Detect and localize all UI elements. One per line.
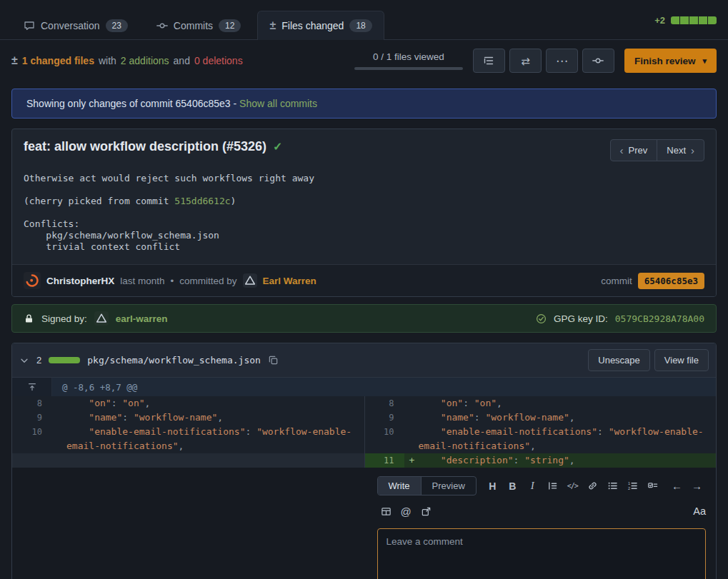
tab-conversation[interactable]: Conversation23 xyxy=(11,11,140,40)
finish-review-button[interactable]: Finish review ▾ xyxy=(624,49,717,73)
copy-icon[interactable] xyxy=(268,355,279,366)
diff-bottom-right: WritePreview HBI</>12←→ @ Aa xyxy=(364,468,717,579)
collapse-file-chevron-down-icon[interactable] xyxy=(19,356,29,366)
author-avatar[interactable] xyxy=(24,272,41,289)
ellipsis-button[interactable]: ⋯ xyxy=(546,49,578,73)
dot-separator: • xyxy=(171,276,174,286)
next-label: Next xyxy=(667,145,686,156)
new-line-number[interactable]: 11 xyxy=(364,453,404,468)
diff-row: 11 "description": "string",+ xyxy=(12,453,716,468)
file-name[interactable]: pkg/schema/workflow_schema.json xyxy=(87,355,261,366)
tab-label: Commits xyxy=(174,20,213,31)
summary-text: and xyxy=(174,55,190,66)
mention-button[interactable]: @ xyxy=(397,503,415,520)
signer-link[interactable]: earl-warren xyxy=(116,313,168,324)
old-code-cell: "on": "on", xyxy=(52,396,364,411)
ci-status-success-icon[interactable]: ✓ xyxy=(273,140,282,153)
arrow-right-button[interactable]: → xyxy=(688,478,706,495)
tab-count-badge: 12 xyxy=(219,19,241,32)
expand-up-icon xyxy=(27,382,37,392)
deletions-count: 0 deletions xyxy=(194,55,243,66)
pr-tab-bar: Conversation23Commits12±Files changed18 … xyxy=(0,0,728,40)
summary-text: with xyxy=(99,55,116,66)
heading-button[interactable]: H xyxy=(484,478,502,495)
commit-author-row: ChristopherHX last month • committed by … xyxy=(12,264,716,296)
old-line-number xyxy=(12,453,52,468)
font-size-button[interactable]: Aa xyxy=(693,505,706,517)
tab-count-badge: 18 xyxy=(349,19,372,32)
editor-top: WritePreview HBI</>12←→ xyxy=(377,476,707,495)
commit-message-text: ) xyxy=(231,196,236,206)
comment-textarea[interactable] xyxy=(377,528,707,579)
prev-commit-button[interactable]: ‹ Prev xyxy=(610,139,658,161)
code-button[interactable]: </> xyxy=(564,478,582,495)
additions-count: 2 additions xyxy=(121,55,169,66)
old-line-number[interactable]: 10 xyxy=(12,425,52,453)
ellipsis-icon: ⋯ xyxy=(556,55,568,67)
commit-label: commit xyxy=(601,276,632,286)
committed-by-label: committed by xyxy=(179,276,236,286)
next-commit-button[interactable]: Next › xyxy=(657,139,704,161)
new-line-number[interactable]: 8 xyxy=(364,396,404,411)
old-line-number[interactable]: 9 xyxy=(12,411,52,425)
commit-message-text: (cherry picked from commit xyxy=(24,196,174,206)
old-line-number[interactable]: 8 xyxy=(12,396,52,411)
tab-label: Files changed xyxy=(281,20,344,31)
committer-avatar[interactable] xyxy=(243,273,257,288)
mention-icon: @ xyxy=(400,506,411,517)
tab-files-changed[interactable]: ±Files changed18 xyxy=(257,11,384,40)
table-icon xyxy=(381,506,392,517)
italic-icon: I xyxy=(531,480,534,491)
diff-bottom-area: WritePreview HBI</>12←→ @ Aa xyxy=(12,468,716,579)
list-unordered-button[interactable] xyxy=(604,478,622,495)
commit-message-text: pkg/schema/workflow_schema.json xyxy=(24,230,219,241)
gpg-key-id: 0579CB2928A78A00 xyxy=(615,313,704,324)
chevron-left-icon: ‹ xyxy=(620,145,624,156)
editor-tab-write[interactable]: Write xyxy=(378,477,422,495)
list-unordered-icon xyxy=(607,480,618,491)
files-toolbar: ± 1 changed files with 2 additions and 0… xyxy=(11,40,717,80)
show-all-commits-link[interactable]: Show all commits xyxy=(239,98,317,109)
old-code-cell xyxy=(52,453,364,468)
file-diff-header: 2 pkg/schema/workflow_schema.json Unesca… xyxy=(12,343,716,378)
file-tree-button[interactable] xyxy=(473,49,505,73)
view-file-button[interactable]: View file xyxy=(654,349,709,371)
new-line-number[interactable]: 9 xyxy=(364,411,404,425)
commit-sha-button[interactable]: 65406c85e3 xyxy=(638,273,704,289)
bold-button[interactable]: B xyxy=(504,478,522,495)
commit-message-line xyxy=(24,184,704,196)
editor-tab-preview[interactable]: Preview xyxy=(422,477,476,495)
new-line-number[interactable]: 10 xyxy=(364,425,404,453)
quote-button[interactable] xyxy=(544,478,562,495)
commit-message-line xyxy=(24,207,704,218)
author-link[interactable]: ChristopherHX xyxy=(46,276,114,286)
diff-row: 8 "on": "on",8 "on": "on", xyxy=(12,396,716,411)
changed-files-count: 1 changed files xyxy=(22,55,94,66)
list-ordered-button[interactable]: 12 xyxy=(624,478,642,495)
tab-commits[interactable]: Commits12 xyxy=(144,11,254,40)
commit-title: feat: allow workflow description (#5326)… xyxy=(24,139,282,154)
commit-button[interactable] xyxy=(582,49,614,73)
italic-button[interactable]: I xyxy=(524,478,542,495)
quote-icon xyxy=(547,480,558,491)
commit-hash-link[interactable]: 515dd6612c xyxy=(174,196,230,206)
commit-message-line: Conflicts: xyxy=(24,218,704,230)
diff-bottom-left xyxy=(12,468,364,579)
task-list-button[interactable] xyxy=(644,478,662,495)
unescape-button[interactable]: Unescape xyxy=(588,349,650,371)
table-button[interactable] xyxy=(377,503,395,520)
signature-row: Signed by: earl-warren GPG key ID: 0579C… xyxy=(11,304,717,333)
commit-icon xyxy=(156,20,168,31)
committer-link[interactable]: Earl Warren xyxy=(263,276,316,286)
old-code-cell: "name": "workflow-name", xyxy=(52,411,364,425)
expand-hunk-button[interactable] xyxy=(12,378,52,396)
diff-style-button[interactable]: ⇄ xyxy=(509,49,542,73)
link-button[interactable] xyxy=(584,478,602,495)
reference-button[interactable] xyxy=(417,503,435,520)
chat-icon xyxy=(24,20,35,31)
signer-avatar[interactable] xyxy=(94,311,109,326)
commit-pager: ‹ Prev Next › xyxy=(610,139,704,161)
arrow-left-button[interactable]: ← xyxy=(668,478,686,495)
changed-files-summary: ± 1 changed files with 2 additions and 0… xyxy=(11,55,349,66)
commit-message-line: (cherry picked from commit 515dd6612c) xyxy=(24,196,704,207)
